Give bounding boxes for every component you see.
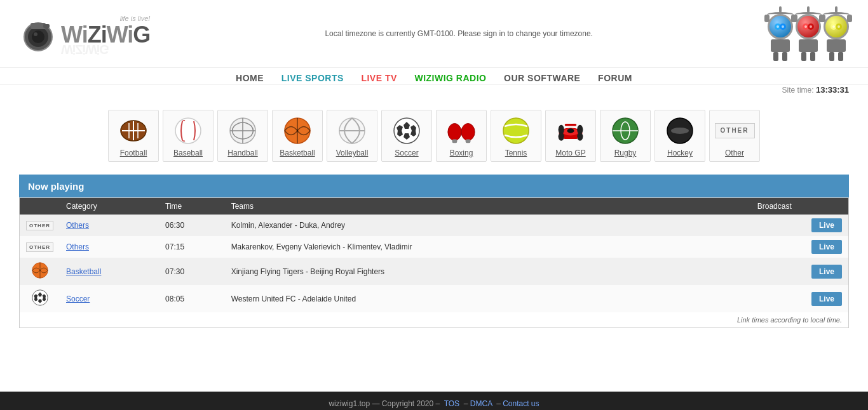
header: life is live! WiZiWiG WiZiWiG Local time… — [0, 0, 868, 67]
robot-legs — [773, 52, 787, 61]
robot-legs-red — [801, 52, 815, 61]
svg-point-12 — [804, 25, 807, 28]
row-teams: Makarenkov, Evgeny Valerievich - Kliment… — [225, 236, 751, 258]
schedule-footer-note: Link times according to local time. — [20, 312, 848, 327]
sport-item-hockey[interactable]: Hockey — [654, 110, 705, 162]
category-link[interactable]: Soccer — [66, 294, 90, 303]
logo-reflection: WiZiWiG — [61, 46, 150, 53]
basketball-icon — [282, 116, 313, 146]
svg-point-42 — [503, 118, 529, 143]
sport-item-rugby[interactable]: Rugby — [600, 110, 651, 162]
robot-leg-right-red — [810, 52, 815, 61]
schedule-table: Category Time Teams Broadcast OTHEROther… — [20, 198, 848, 312]
sport-item-football[interactable]: Football — [108, 110, 159, 162]
svg-rect-41 — [466, 139, 471, 143]
motogp-icon — [555, 116, 586, 146]
volleyball-label[interactable]: Volleyball — [336, 149, 369, 157]
svg-rect-4 — [43, 24, 50, 28]
sport-item-basketball[interactable]: Basketball — [272, 110, 323, 162]
row-broadcast[interactable]: Live — [751, 215, 848, 236]
tennis-icon — [501, 116, 531, 146]
logo-image: life is live! WiZiWiG WiZiWiG — [19, 15, 150, 53]
row-broadcast[interactable]: Live — [751, 236, 848, 258]
live-button[interactable]: Live — [811, 218, 842, 232]
svg-point-13 — [810, 25, 812, 28]
boxing-icon — [446, 116, 477, 146]
live-button[interactable]: Live — [811, 292, 842, 306]
robot-leg-left-yellow — [829, 52, 834, 61]
soccer-icon — [391, 116, 422, 146]
sport-item-motogp[interactable]: Moto GP — [545, 110, 596, 162]
baseball-label[interactable]: Baseball — [173, 149, 203, 157]
row-time: 08:05 — [159, 285, 225, 312]
baseball-icon — [173, 116, 203, 146]
nav-live-tv[interactable]: LIVE TV — [361, 73, 397, 83]
nav-forum[interactable]: FORUM — [598, 73, 632, 83]
category-link[interactable]: Others — [66, 221, 89, 230]
site-time-bar: Site time: 13:33:31 — [0, 85, 868, 97]
robot-leg-right-yellow — [838, 52, 843, 61]
sport-item-volleyball[interactable]: Volleyball — [327, 110, 377, 162]
timezone-message: Local timezone is currently GMT-0100. Pl… — [150, 29, 768, 38]
nav-live-sports[interactable]: LIVE SPORTS — [281, 73, 344, 83]
svg-point-8 — [776, 25, 779, 28]
table-row: Soccer08:05Western United FC - Adelaide … — [20, 285, 848, 312]
row-category[interactable]: Others — [60, 215, 159, 236]
robot-leg-left — [773, 52, 778, 61]
row-broadcast[interactable]: Live — [751, 258, 848, 285]
robot-body — [771, 39, 790, 52]
row-broadcast[interactable]: Live — [751, 285, 848, 312]
sport-item-other[interactable]: OTHER Other — [709, 110, 760, 162]
footer-dmca[interactable]: DMCA — [470, 399, 492, 408]
row-category[interactable]: Basketball — [60, 258, 159, 285]
category-link[interactable]: Others — [66, 242, 89, 251]
nav-wiziwig-radio[interactable]: WIZIWIG RADIO — [414, 73, 486, 83]
svg-point-9 — [782, 25, 784, 28]
nav-our-software[interactable]: OUR SOFTWARE — [504, 73, 580, 83]
table-row: Basketball07:30Xinjiang Flying Tigers - … — [20, 258, 848, 285]
svg-point-56 — [671, 128, 689, 134]
headphone-bar-yellow — [823, 12, 850, 17]
football-label[interactable]: Football — [120, 149, 147, 157]
col-category-icon — [20, 198, 60, 215]
tennis-label[interactable]: Tennis — [505, 149, 527, 157]
live-button[interactable]: Live — [811, 240, 842, 254]
category-link[interactable]: Basketball — [66, 267, 101, 276]
svg-point-48 — [577, 133, 583, 141]
robot-leg-left-red — [801, 52, 806, 61]
soccer-label[interactable]: Soccer — [395, 149, 418, 157]
motogp-label[interactable]: Moto GP — [555, 149, 585, 157]
handball-label[interactable]: Handball — [227, 149, 257, 157]
headphone-bar — [767, 12, 794, 17]
robot-blue — [768, 6, 793, 61]
handball-icon — [227, 116, 258, 146]
live-button[interactable]: Live — [811, 265, 842, 279]
headphone-ear-left — [764, 15, 770, 22]
row-category[interactable]: Soccer — [60, 285, 159, 312]
svg-rect-39 — [452, 139, 458, 143]
sport-item-handball[interactable]: Handball — [217, 110, 268, 162]
row-time: 07:15 — [159, 236, 225, 258]
other-label[interactable]: Other — [725, 149, 744, 157]
footer-contact[interactable]: Contact us — [503, 399, 539, 408]
robot-body-yellow — [827, 39, 846, 52]
rugby-label[interactable]: Rugby — [614, 149, 637, 157]
svg-point-23 — [175, 118, 201, 143]
sport-item-soccer[interactable]: Soccer — [381, 110, 432, 162]
row-category-icon — [20, 258, 60, 285]
volleyball-icon — [337, 116, 367, 146]
sport-item-boxing[interactable]: Boxing — [436, 110, 487, 162]
footer-tos[interactable]: TOS — [444, 399, 459, 408]
now-playing-section: Now playing Category Time Teams Broadcas… — [19, 175, 849, 328]
sport-item-tennis[interactable]: Tennis — [491, 110, 541, 162]
basketball-label[interactable]: Basketball — [280, 149, 315, 157]
robot-head-yellow — [824, 14, 849, 39]
hockey-label[interactable]: Hockey — [667, 149, 693, 157]
row-category[interactable]: Others — [60, 236, 159, 258]
svg-rect-51 — [564, 136, 578, 139]
sport-item-baseball[interactable]: Baseball — [163, 110, 214, 162]
headphone-bar-red — [795, 12, 822, 17]
svg-point-5 — [34, 32, 37, 36]
nav-home[interactable]: HOME — [236, 73, 264, 83]
boxing-label[interactable]: Boxing — [450, 149, 473, 157]
